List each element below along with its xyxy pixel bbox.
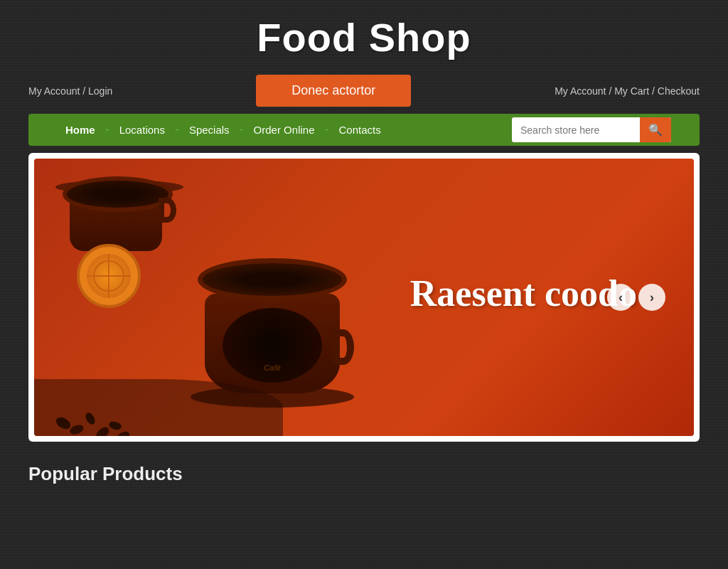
carousel-prev-button[interactable]: ‹ [607,284,634,311]
nav-link-contacts[interactable]: Contacts [330,114,389,146]
nav-item-contacts[interactable]: Contacts [330,114,389,146]
nav-item-specials[interactable]: Specials [181,114,238,146]
search-input[interactable] [512,119,640,142]
nav-item-locations[interactable]: Locations [111,114,173,146]
carousel: Café [34,159,694,436]
carousel-wrapper: Café [28,153,700,442]
carousel-slide-text: Raesent coodo [410,272,637,314]
nav-link-specials[interactable]: Specials [181,114,238,146]
nav-links-list: Home - Locations - Specials - Order Onli… [57,114,390,146]
orange-inner [93,260,124,291]
orange-slice [77,244,141,308]
nav-item-order-online[interactable]: Order Online [245,114,323,146]
nav-separator-3: - [238,122,245,137]
nav-link-order-online[interactable]: Order Online [245,114,323,146]
cup-main-rim [198,258,347,301]
account-right-links[interactable]: My Account / My Cart / Checkout [555,85,700,97]
surface-cloth [34,379,283,436]
site-title: Food Shop [0,14,728,60]
nav-item-home[interactable]: Home [57,114,104,146]
nav-link-home[interactable]: Home [57,114,104,146]
cup-top-rim [63,176,173,212]
account-left-links[interactable]: My Account / Login [28,85,112,97]
nav-separator-1: - [104,122,111,137]
search-box: 🔍 [512,117,671,142]
cup-top-handle [159,198,176,223]
popular-products-title: Popular Products [28,463,183,484]
carousel-next-button[interactable]: › [638,284,665,311]
cup-main-body: Café [205,294,340,393]
carousel-nav: ‹ › [607,284,665,311]
main-navigation: Home - Locations - Specials - Order Onli… [28,114,700,146]
search-icon: 🔍 [648,124,663,136]
search-button[interactable]: 🔍 [640,117,671,142]
top-nav-bar: My Account / Login Donec actortor My Acc… [0,68,728,114]
site-header: Food Shop [0,0,728,68]
popular-products-heading: Popular Products [0,449,728,492]
cup-main-handle [333,329,354,365]
nav-link-locations[interactable]: Locations [111,114,173,146]
cta-button[interactable]: Donec actortor [256,75,411,107]
cup-cafe-text: Café [264,363,281,372]
nav-separator-2: - [173,122,181,137]
nav-separator-4: - [323,122,330,137]
